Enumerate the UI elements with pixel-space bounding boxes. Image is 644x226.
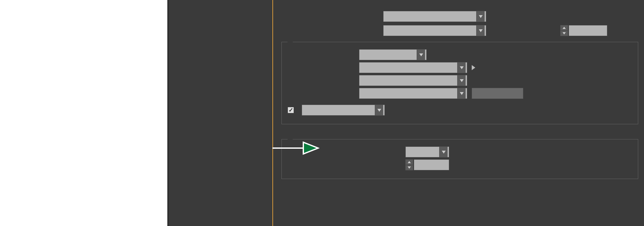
mode-dropdown[interactable] bbox=[359, 88, 467, 99]
level-field[interactable] bbox=[569, 25, 607, 36]
alignment-dropdown[interactable] bbox=[405, 146, 449, 157]
chevron-down-icon bbox=[476, 11, 485, 22]
restart-checkbox[interactable] bbox=[288, 107, 294, 113]
bullets-numbering-form bbox=[278, 0, 644, 226]
chevron-down-icon bbox=[457, 88, 466, 99]
number-combo[interactable] bbox=[359, 62, 467, 73]
list-type-dropdown[interactable] bbox=[383, 11, 486, 22]
numbering-style-group bbox=[281, 42, 638, 124]
charstyle-dropdown[interactable] bbox=[359, 75, 467, 86]
level-stepper[interactable] bbox=[560, 25, 568, 36]
annotation-arrow-icon bbox=[271, 138, 319, 159]
format-dropdown[interactable] bbox=[359, 49, 427, 60]
start-at-field bbox=[472, 88, 523, 99]
paragraph-style-panel bbox=[167, 0, 644, 226]
bullet-position-group bbox=[281, 139, 638, 179]
flyout-icon[interactable] bbox=[472, 65, 478, 71]
style-categories-sidebar bbox=[168, 0, 273, 226]
chevron-down-icon bbox=[439, 147, 448, 157]
chevron-down-icon bbox=[457, 75, 466, 86]
leftindent-stepper[interactable] bbox=[405, 159, 413, 170]
chevron-down-icon bbox=[375, 105, 383, 115]
document-preview bbox=[5, 0, 166, 226]
leftindent-field[interactable] bbox=[414, 159, 449, 170]
restart-after-dropdown[interactable] bbox=[302, 105, 385, 116]
chevron-down-icon bbox=[476, 25, 485, 36]
chevron-down-icon bbox=[457, 62, 466, 73]
chevron-down-icon bbox=[417, 50, 425, 60]
list-dropdown[interactable] bbox=[383, 25, 486, 36]
